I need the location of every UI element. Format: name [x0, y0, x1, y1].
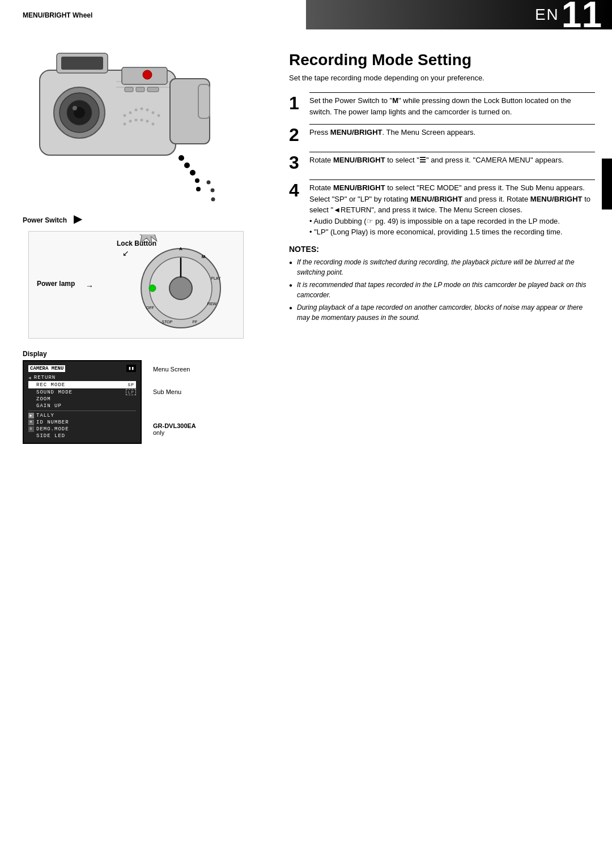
- display-label: Display: [23, 350, 266, 358]
- step-2: 2 Press MENU/BRIGHT. The Menu Screen app…: [289, 124, 595, 145]
- svg-text:FF: FF: [193, 320, 198, 324]
- svg-rect-10: [170, 79, 210, 144]
- display-section: Display CAMERA MENU ▮▮ ◄ RETURN REC MODE…: [17, 350, 266, 444]
- svg-point-34: [152, 123, 155, 126]
- svg-point-35: [207, 181, 211, 185]
- step-2-num: 2: [289, 124, 309, 145]
- menu-item-demo-mode: D DEMO.MODE: [28, 426, 136, 433]
- svg-point-33: [146, 120, 149, 123]
- right-column: Recording Mode Setting Set the tape reco…: [278, 34, 612, 336]
- svg-point-5: [73, 106, 77, 110]
- menu-item-zoom: ZOOM: [28, 396, 136, 403]
- model-suffix: only: [153, 429, 196, 436]
- display-side-labels: Menu Screen Sub Menu GR-DVL300EA only: [153, 360, 196, 436]
- note-3: During playback of a tape recorded on an…: [289, 302, 595, 323]
- step-4: 4 Rotate MENU/BRIGHT to select "REC MODE…: [289, 179, 595, 238]
- svg-point-14: [190, 170, 196, 176]
- svg-point-50: [149, 285, 156, 292]
- step-1-num: 1: [289, 92, 309, 113]
- step-1-content: Set the Power Switch to "M" while pressi…: [309, 92, 595, 117]
- step-3: 3 Rotate MENU/BRIGHT to select "☰" and p…: [289, 152, 595, 173]
- step-3-content: Rotate MENU/BRIGHT to select "☰" and pre…: [309, 152, 595, 166]
- menu-item-rec-mode: REC MODE SP: [28, 381, 136, 388]
- menu-bright-label: MENU/BRIGHT Wheel: [23, 11, 272, 19]
- svg-point-22: [124, 114, 126, 117]
- svg-marker-49: [131, 234, 165, 249]
- svg-point-27: [152, 112, 155, 114]
- svg-text:OFF: OFF: [146, 306, 154, 310]
- svg-point-26: [146, 109, 149, 112]
- page-subtitle: Set the tape recording mode depending on…: [289, 74, 595, 82]
- power-lamp-label: Power lamp: [37, 280, 75, 288]
- svg-text:REW: REW: [207, 302, 217, 306]
- step-3-num: 3: [289, 152, 309, 173]
- svg-text:STOP: STOP: [162, 320, 173, 324]
- svg-text:A: A: [179, 246, 182, 251]
- page-number: 11: [562, 0, 602, 33]
- header-bar: EN 11: [306, 0, 612, 29]
- svg-text:PLAY: PLAY: [211, 276, 221, 280]
- svg-point-25: [141, 108, 143, 110]
- power-switch-section: Power Switch ▶: [23, 212, 266, 225]
- camera-menu-screen: CAMERA MENU ▮▮ ◄ RETURN REC MODE SP SOUN…: [23, 360, 142, 444]
- svg-point-32: [141, 119, 143, 122]
- svg-point-15: [195, 178, 199, 183]
- step-4-num: 4: [289, 179, 309, 200]
- page-title: Recording Mode Setting: [289, 51, 595, 69]
- svg-rect-7: [61, 57, 103, 70]
- svg-point-13: [184, 163, 190, 168]
- notes-title: NOTES:: [289, 245, 595, 254]
- svg-point-28: [158, 114, 160, 117]
- svg-rect-19: [136, 87, 144, 92]
- model-label: GR-DVL300EA: [153, 422, 196, 429]
- svg-point-31: [135, 119, 138, 122]
- menu-item-tally: ▶ TALLY: [28, 412, 136, 419]
- step-4-content: Rotate MENU/BRIGHT to select "REC MODE" …: [309, 179, 595, 238]
- svg-rect-18: [125, 87, 133, 92]
- svg-point-23: [129, 112, 132, 114]
- left-column: MENU/BRIGHT Wheel: [0, 0, 278, 455]
- svg-point-29: [124, 123, 126, 126]
- menu-item-id-number: M ID NUMBER: [28, 419, 136, 426]
- model-label-group: GR-DVL300EA only: [153, 422, 196, 436]
- power-switch-diagram: Lock Button ↙ Power lamp → A M PLAY REW …: [28, 231, 244, 339]
- menu-item-side-led: SIDE LED: [28, 433, 136, 439]
- dial-svg: A M PLAY REW FF STOP OFF: [124, 234, 237, 331]
- en-label: EN: [535, 6, 559, 24]
- sub-menu-label: Sub Menu: [153, 388, 196, 395]
- menu-item-sound-mode: SOUND MODE LP: [28, 388, 136, 396]
- step-2-content: Press MENU/BRIGHT. The Menu Screen appea…: [309, 124, 595, 138]
- svg-point-12: [178, 155, 184, 161]
- svg-point-37: [211, 198, 215, 202]
- svg-point-40: [169, 277, 192, 300]
- display-area: CAMERA MENU ▮▮ ◄ RETURN REC MODE SP SOUN…: [23, 360, 266, 444]
- camcorder-diagram: [17, 36, 266, 229]
- svg-point-24: [135, 109, 138, 112]
- svg-text:M: M: [202, 254, 206, 259]
- note-1: If the recording mode is switched during…: [289, 257, 595, 277]
- note-2: It is recommended that tapes recorded in…: [289, 280, 595, 300]
- camcorder-svg: [17, 36, 255, 206]
- power-switch-label: Power Switch: [23, 216, 67, 224]
- svg-point-17: [143, 70, 152, 79]
- svg-point-16: [196, 187, 201, 191]
- notes-list: If the recording mode is switched during…: [289, 257, 595, 323]
- menu-item-return: ◄ RETURN: [28, 374, 136, 381]
- step-1: 1 Set the Power Switch to "M" while pres…: [289, 92, 595, 117]
- menu-screen-label: Menu Screen: [153, 366, 196, 373]
- steps-container: 1 Set the Power Switch to "M" while pres…: [289, 92, 595, 238]
- svg-point-36: [211, 189, 215, 193]
- menu-item-gain-up: GAIN UP: [28, 403, 136, 409]
- notes-section: NOTES: If the recording mode is switched…: [289, 245, 595, 323]
- svg-point-30: [129, 120, 132, 123]
- svg-rect-20: [147, 87, 159, 92]
